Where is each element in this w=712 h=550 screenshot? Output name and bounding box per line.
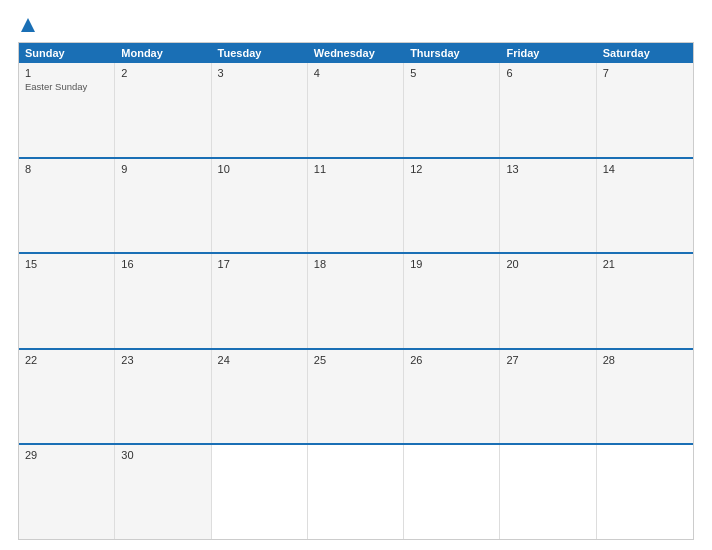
- day-header-wednesday: Wednesday: [308, 43, 404, 63]
- svg-marker-0: [21, 18, 35, 32]
- calendar-cell: 17: [212, 254, 308, 348]
- calendar-cell: 21: [597, 254, 693, 348]
- day-number: 18: [314, 258, 397, 270]
- calendar-week-2: 891011121314: [19, 157, 693, 253]
- calendar-week-1: 1Easter Sunday234567: [19, 63, 693, 157]
- day-header-saturday: Saturday: [597, 43, 693, 63]
- calendar-cell: 18: [308, 254, 404, 348]
- day-number: 21: [603, 258, 687, 270]
- calendar-cell: 27: [500, 350, 596, 444]
- calendar-cell: 1Easter Sunday: [19, 63, 115, 157]
- day-number: 22: [25, 354, 108, 366]
- day-number: 4: [314, 67, 397, 79]
- calendar-cell: 13: [500, 159, 596, 253]
- calendar-cell: 11: [308, 159, 404, 253]
- day-number: 26: [410, 354, 493, 366]
- day-number: 15: [25, 258, 108, 270]
- day-header-sunday: Sunday: [19, 43, 115, 63]
- calendar-cell: 9: [115, 159, 211, 253]
- calendar-cell: 10: [212, 159, 308, 253]
- day-number: 16: [121, 258, 204, 270]
- calendar-cell: 26: [404, 350, 500, 444]
- calendar-cell: 8: [19, 159, 115, 253]
- day-number: 20: [506, 258, 589, 270]
- calendar-cell: 29: [19, 445, 115, 539]
- day-number: 10: [218, 163, 301, 175]
- day-number: 25: [314, 354, 397, 366]
- calendar-cell: [404, 445, 500, 539]
- calendar-cell: 6: [500, 63, 596, 157]
- calendar-cell: [597, 445, 693, 539]
- day-number: 24: [218, 354, 301, 366]
- calendar-cell: [500, 445, 596, 539]
- logo-icon: [21, 18, 35, 32]
- calendar-cell: 16: [115, 254, 211, 348]
- day-number: 30: [121, 449, 204, 461]
- day-number: 8: [25, 163, 108, 175]
- day-header-tuesday: Tuesday: [212, 43, 308, 63]
- day-number: 1: [25, 67, 108, 79]
- day-number: 17: [218, 258, 301, 270]
- logo: [18, 18, 35, 32]
- day-header-friday: Friday: [500, 43, 596, 63]
- calendar-cell: [212, 445, 308, 539]
- calendar-week-3: 15161718192021: [19, 252, 693, 348]
- day-number: 14: [603, 163, 687, 175]
- calendar-cell: 15: [19, 254, 115, 348]
- calendar-cell: 22: [19, 350, 115, 444]
- day-number: 11: [314, 163, 397, 175]
- day-header-thursday: Thursday: [404, 43, 500, 63]
- calendar-cell: 7: [597, 63, 693, 157]
- calendar-cell: 23: [115, 350, 211, 444]
- day-number: 9: [121, 163, 204, 175]
- calendar-cell: 28: [597, 350, 693, 444]
- day-number: 12: [410, 163, 493, 175]
- calendar-cell: 20: [500, 254, 596, 348]
- calendar-cell: 24: [212, 350, 308, 444]
- calendar-cell: 3: [212, 63, 308, 157]
- header: [18, 18, 694, 32]
- day-number: 7: [603, 67, 687, 79]
- calendar-cell: [308, 445, 404, 539]
- calendar-cell: 2: [115, 63, 211, 157]
- day-number: 6: [506, 67, 589, 79]
- day-number: 28: [603, 354, 687, 366]
- calendar-cell: 5: [404, 63, 500, 157]
- day-event: Easter Sunday: [25, 81, 108, 92]
- calendar-header: SundayMondayTuesdayWednesdayThursdayFrid…: [19, 43, 693, 63]
- calendar-week-4: 22232425262728: [19, 348, 693, 444]
- calendar-week-5: 2930: [19, 443, 693, 539]
- page: SundayMondayTuesdayWednesdayThursdayFrid…: [0, 0, 712, 550]
- calendar-cell: 25: [308, 350, 404, 444]
- day-number: 23: [121, 354, 204, 366]
- day-number: 29: [25, 449, 108, 461]
- calendar-cell: 14: [597, 159, 693, 253]
- day-number: 13: [506, 163, 589, 175]
- day-number: 19: [410, 258, 493, 270]
- calendar-body: 1Easter Sunday23456789101112131415161718…: [19, 63, 693, 539]
- calendar: SundayMondayTuesdayWednesdayThursdayFrid…: [18, 42, 694, 540]
- day-number: 3: [218, 67, 301, 79]
- calendar-cell: 4: [308, 63, 404, 157]
- calendar-cell: 30: [115, 445, 211, 539]
- day-number: 5: [410, 67, 493, 79]
- day-number: 2: [121, 67, 204, 79]
- day-number: 27: [506, 354, 589, 366]
- calendar-cell: 19: [404, 254, 500, 348]
- calendar-cell: 12: [404, 159, 500, 253]
- day-header-monday: Monday: [115, 43, 211, 63]
